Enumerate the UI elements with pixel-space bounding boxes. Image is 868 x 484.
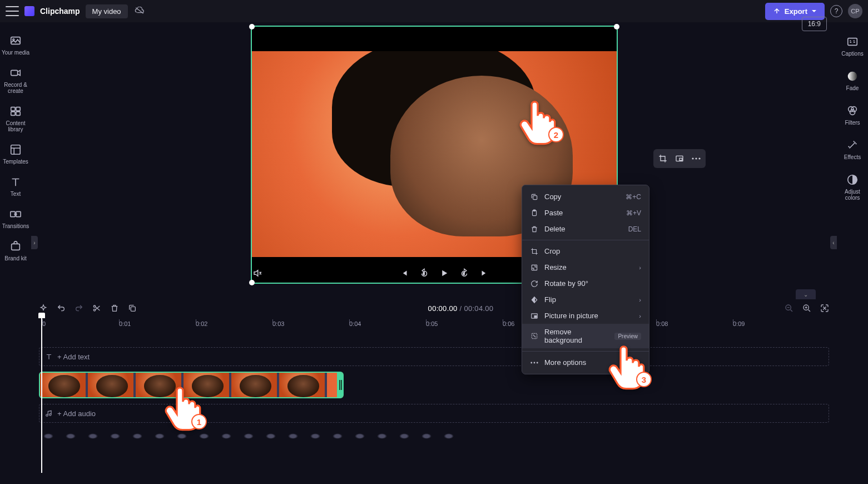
timeline-toolbar: 00:00.00 / 00:04.00: [31, 299, 837, 317]
svg-rect-3: [11, 70, 18, 75]
forward-5-icon[interactable]: 5: [459, 268, 469, 278]
captions-icon: [846, 36, 859, 48]
svg-rect-21: [679, 158, 682, 160]
ruler-tick: 0:03: [272, 320, 349, 327]
ctx-picture-in-picture[interactable]: Picture in picture ›: [522, 308, 649, 324]
ruler-tick: 0:02: [196, 320, 272, 327]
crop-icon: [530, 248, 539, 255]
sidebar-item-record-create[interactable]: Record & create: [0, 62, 31, 101]
svg-text:5: 5: [463, 272, 464, 275]
sidebar-item-templates[interactable]: Templates: [0, 139, 31, 171]
floating-clip-tools: [653, 149, 706, 168]
sidebar-item-text[interactable]: Text: [0, 171, 31, 204]
svg-point-38: [534, 362, 535, 363]
svg-rect-35: [534, 315, 537, 318]
ruler-tick: 0: [42, 320, 119, 327]
cloud-off-icon[interactable]: [135, 7, 145, 16]
chevron-right-icon: ›: [639, 313, 641, 319]
upload-icon: [773, 7, 781, 15]
aspect-ratio-selector[interactable]: 16:9: [802, 17, 827, 31]
skip-start-icon[interactable]: [399, 268, 409, 278]
sidebar-item-fade[interactable]: Fade: [837, 65, 868, 99]
fade-icon: [846, 70, 859, 82]
user-avatar[interactable]: CP: [848, 4, 862, 18]
svg-point-22: [692, 157, 693, 159]
ctx-delete[interactable]: Delete DEL: [522, 221, 649, 237]
help-button[interactable]: ?: [830, 5, 842, 17]
context-menu: Copy ⌘+C Paste ⌘+V Delete DEL Crop Resiz…: [522, 185, 649, 374]
timeline-ruler[interactable]: 0 0:01 0:02 0:03 0:04 0:05 0:06 0:07 0:0…: [31, 317, 837, 330]
sidebar-item-captions[interactable]: Captions: [837, 30, 868, 65]
camera-icon: [9, 67, 22, 79]
sound-off-icon[interactable]: [252, 268, 262, 278]
more-horiz-icon[interactable]: [690, 152, 703, 165]
sidebar-item-content-library[interactable]: Content library: [0, 101, 31, 139]
crop-icon[interactable]: [656, 152, 669, 165]
play-button[interactable]: [439, 268, 449, 278]
zoom-in-icon[interactable]: [802, 304, 811, 313]
more-horiz-icon: [530, 362, 539, 364]
expand-timeline-toggle[interactable]: ⌄: [796, 289, 816, 299]
timeline-tracks: + Add text + Add audio: [31, 347, 837, 484]
sidebar-item-filters[interactable]: Filters: [837, 99, 868, 134]
resize-handle-tl[interactable]: [249, 24, 255, 29]
ctx-rotate[interactable]: Rotate by 90°: [522, 275, 649, 292]
redo-icon[interactable]: [75, 304, 83, 313]
clip-thumbnail: [40, 373, 88, 397]
ai-sparkle-icon[interactable]: [39, 304, 48, 313]
media-icon: [9, 34, 22, 47]
ctx-crop[interactable]: Crop: [522, 243, 649, 259]
clip-trim-handle-right[interactable]: [337, 373, 343, 397]
resize-handle-bl[interactable]: [249, 280, 255, 285]
ruler-tick: 0:08: [656, 320, 733, 327]
split-icon[interactable]: [92, 304, 101, 313]
clip-thumbnail: [231, 373, 279, 397]
sidebar-item-brand-kit[interactable]: Brand kit: [0, 236, 31, 268]
pip-icon[interactable]: [673, 152, 686, 165]
svg-rect-30: [533, 195, 537, 199]
sidebar-item-effects[interactable]: Effects: [837, 134, 868, 168]
ctx-resize[interactable]: Resize ›: [522, 259, 649, 275]
video-clip[interactable]: [39, 372, 344, 398]
resize-handle-tr[interactable]: [614, 24, 619, 29]
add-text-track[interactable]: + Add text: [39, 347, 829, 366]
svg-rect-6: [11, 112, 15, 115]
playhead[interactable]: [41, 314, 42, 473]
svg-point-37: [530, 362, 532, 363]
paste-icon: [530, 209, 539, 217]
trash-icon[interactable]: [110, 304, 119, 313]
undo-icon[interactable]: [57, 304, 66, 313]
add-audio-track[interactable]: + Add audio: [39, 404, 829, 423]
duplicate-icon[interactable]: [128, 304, 137, 313]
ctx-copy[interactable]: Copy ⌘+C: [522, 189, 649, 205]
chevron-right-icon: ›: [639, 264, 641, 271]
text-icon: [9, 176, 22, 188]
timecode-current: 00:00.00: [428, 304, 458, 313]
flip-icon: [530, 296, 539, 304]
svg-point-39: [537, 362, 538, 363]
brand-kit-icon: [9, 240, 22, 253]
menu-hamburger-icon[interactable]: [6, 6, 19, 16]
pip-icon: [530, 312, 539, 320]
zoom-out-icon[interactable]: [785, 304, 793, 313]
skip-end-icon[interactable]: [479, 268, 489, 278]
svg-point-13: [848, 72, 857, 81]
remove-bg-icon: [530, 332, 539, 340]
sidebar-item-adjust-colors[interactable]: Adjust colors: [837, 168, 868, 209]
filters-icon: [846, 105, 859, 117]
project-name-field[interactable]: My video: [86, 4, 128, 18]
rewind-5-icon[interactable]: 5: [419, 268, 429, 278]
right-sidebar: Captions Fade Filters Effects Adjust col…: [837, 22, 868, 484]
app-logo-icon: [24, 6, 34, 16]
ctx-remove-background[interactable]: Remove background Preview: [522, 324, 649, 348]
rotate-icon: [530, 280, 539, 288]
timecode-total: 00:04.00: [464, 304, 493, 313]
ctx-paste[interactable]: Paste ⌘+V: [522, 205, 649, 221]
ctx-more-options[interactable]: More options: [522, 354, 649, 371]
ruler-tick: 0:04: [349, 320, 426, 327]
sidebar-item-transitions[interactable]: Transitions: [0, 204, 31, 236]
text-icon: [45, 353, 53, 360]
sidebar-item-your-media[interactable]: Your media: [0, 30, 31, 62]
fit-zoom-icon[interactable]: [820, 304, 829, 313]
ctx-flip[interactable]: Flip ›: [522, 292, 649, 308]
